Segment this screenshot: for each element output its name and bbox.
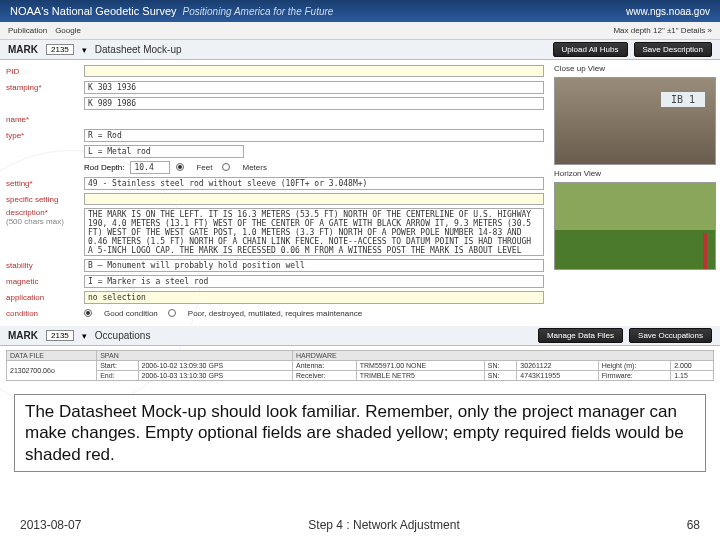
footer-page: 68 xyxy=(687,518,700,532)
mark-label: MARK xyxy=(8,44,38,55)
noaa-subtitle: Positioning America for the Future xyxy=(183,6,334,17)
stamping2-field[interactable]: K 989 1986 xyxy=(84,97,544,110)
table-row: End:2006-10-03 13:10:30 GPS Receiver:TRI… xyxy=(7,371,714,381)
footer-date: 2013-08-07 xyxy=(20,518,81,532)
poor-radio[interactable] xyxy=(168,309,176,317)
slide-caption: The Datasheet Mock-up should look famili… xyxy=(14,394,706,472)
table-row: 21302700.06o Start:2006-10-02 13:09:30 G… xyxy=(7,361,714,371)
closeup-thumb[interactable]: IB 1 xyxy=(554,77,716,165)
stability-label: stability xyxy=(6,261,78,270)
magnetic-field[interactable]: I = Marker is a steel rod xyxy=(84,275,544,288)
specific-setting-field[interactable] xyxy=(84,193,544,205)
noaa-title: NOAA's National Geodetic Survey xyxy=(10,5,177,17)
stamping-label: stamping* xyxy=(6,83,78,92)
save-occupations-button[interactable]: Save Occupations xyxy=(629,328,712,343)
occupations-header: MARK 2135 ▾ Occupations Manage Data File… xyxy=(0,326,720,346)
noaa-header: NOAA's National Geodetic Survey Position… xyxy=(0,0,720,22)
datasheet-form: PID stamping*K 303 1936 K 989 1986 name*… xyxy=(0,60,550,326)
pid-label: PID xyxy=(6,67,78,76)
stamping1-field[interactable]: K 303 1936 xyxy=(84,81,544,94)
condition-label: condition xyxy=(6,309,78,318)
type-sub-field[interactable]: L = Metal rod xyxy=(84,145,244,158)
toolbar-publication[interactable]: Publication xyxy=(8,26,47,35)
photo-panel: Close up View IB 1 Horizon View xyxy=(550,60,720,326)
mark-badge[interactable]: 2135 xyxy=(46,44,74,55)
slide-footer: 2013-08-07 Step 4 : Network Adjustment 6… xyxy=(20,518,700,532)
application-field[interactable]: no selection xyxy=(84,291,544,304)
name-label: name* xyxy=(6,115,78,124)
description-field[interactable]: THE MARK IS ON THE LEFT. IT IS 16.3 METE… xyxy=(84,208,544,256)
rod-depth-label: Rod Depth: xyxy=(84,163,124,172)
browser-toolbar: Publication Google Max depth 12" ±1" Det… xyxy=(0,22,720,40)
meters-radio[interactable] xyxy=(222,163,230,171)
pid-field[interactable] xyxy=(84,65,544,77)
occupations-table: DATA FILESPANHARDWARE 21302700.06o Start… xyxy=(6,350,714,381)
type-field[interactable]: R = Rod xyxy=(84,129,544,142)
stability-field[interactable]: B – Monument will probably hold position… xyxy=(84,259,544,272)
horizon-thumb[interactable] xyxy=(554,182,716,270)
save-description-button[interactable]: Save Description xyxy=(634,42,712,57)
upload-button[interactable]: Upload All Hubs xyxy=(553,42,628,57)
toolbar-right: Max depth 12" ±1" Details » xyxy=(613,26,712,35)
chevron-down-icon[interactable]: ▾ xyxy=(82,331,87,341)
rod-depth-field[interactable]: 10.4 xyxy=(130,161,170,174)
toolbar-google[interactable]: Google xyxy=(55,26,81,35)
application-label: application xyxy=(6,293,78,302)
chevron-down-icon[interactable]: ▾ xyxy=(82,45,87,55)
description-label: description* xyxy=(6,208,48,217)
feet-radio[interactable] xyxy=(176,163,184,171)
setting-field[interactable]: 49 - Stainless steel rod without sleeve … xyxy=(84,177,544,190)
good-radio[interactable] xyxy=(84,309,92,317)
manage-files-button[interactable]: Manage Data Files xyxy=(538,328,623,343)
horizon-label: Horizon View xyxy=(554,169,716,178)
type-label: type* xyxy=(6,131,78,140)
noaa-url: www.ngs.noaa.gov xyxy=(626,6,710,17)
datasheet-title: Datasheet Mock-up xyxy=(95,44,182,55)
datasheet-header: MARK 2135 ▾ Datasheet Mock-up Upload All… xyxy=(0,40,720,60)
specific-setting-label: specific setting xyxy=(6,195,78,204)
magnetic-label: magnetic xyxy=(6,277,78,286)
setting-label: setting* xyxy=(6,179,78,188)
closeup-label: Close up View xyxy=(554,64,716,73)
footer-step: Step 4 : Network Adjustment xyxy=(308,518,459,532)
